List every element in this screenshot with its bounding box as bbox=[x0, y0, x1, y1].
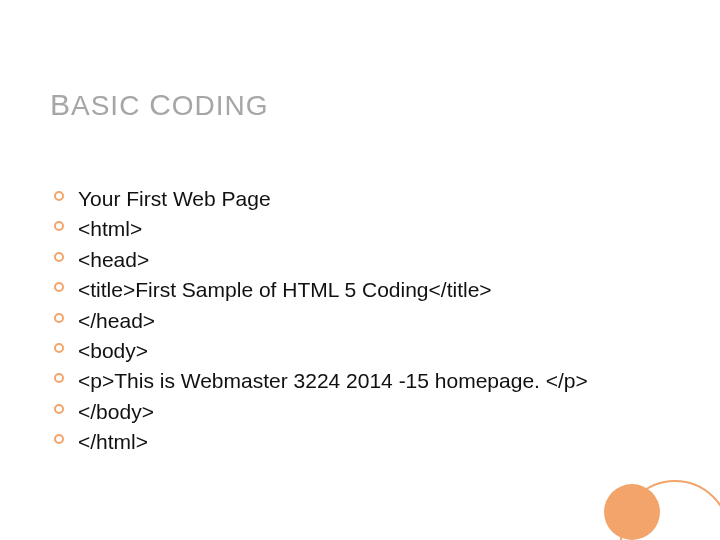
slide-title: BASIC CODING bbox=[50, 88, 670, 122]
list-item: </html> bbox=[54, 427, 670, 456]
list-item: </head> bbox=[54, 306, 670, 335]
decorative-circles bbox=[580, 450, 700, 540]
bullet-icon bbox=[54, 306, 78, 323]
list-item-text: Your First Web Page bbox=[78, 184, 670, 213]
list-item-text: <body> bbox=[78, 336, 670, 365]
list-item: <title>First Sample of HTML 5 Coding</ti… bbox=[54, 275, 670, 304]
bullet-icon bbox=[54, 366, 78, 383]
bullet-icon bbox=[54, 245, 78, 262]
bullet-icon bbox=[54, 184, 78, 201]
title-rest-1: ASIC bbox=[71, 90, 140, 121]
bullet-icon bbox=[54, 336, 78, 353]
list-item-text: </body> bbox=[78, 397, 670, 426]
title-space bbox=[140, 90, 149, 121]
list-item-text: <html> bbox=[78, 214, 670, 243]
bullet-icon bbox=[54, 397, 78, 414]
title-rest-2: ODING bbox=[172, 90, 269, 121]
slide: BASIC CODING Your First Web Page <html> … bbox=[0, 0, 720, 540]
list-item: Your First Web Page bbox=[54, 184, 670, 213]
list-item-text: </head> bbox=[78, 306, 670, 335]
title-cap-1: B bbox=[50, 88, 71, 121]
title-cap-2: C bbox=[149, 88, 172, 121]
list-item: <head> bbox=[54, 245, 670, 274]
bullet-icon bbox=[54, 427, 78, 444]
list-item: <p>This is Webmaster 3224 2014 -15 homep… bbox=[54, 366, 670, 395]
list-item-text: <p>This is Webmaster 3224 2014 -15 homep… bbox=[78, 366, 670, 395]
list-item: <html> bbox=[54, 214, 670, 243]
bullet-list: Your First Web Page <html> <head> <title… bbox=[54, 184, 670, 457]
list-item: </body> bbox=[54, 397, 670, 426]
bullet-icon bbox=[54, 275, 78, 292]
list-item-text: <head> bbox=[78, 245, 670, 274]
list-item: <body> bbox=[54, 336, 670, 365]
circle-filled-icon bbox=[604, 484, 660, 540]
bullet-icon bbox=[54, 214, 78, 231]
slide-body: Your First Web Page <html> <head> <title… bbox=[50, 184, 670, 457]
list-item-text: <title>First Sample of HTML 5 Coding</ti… bbox=[78, 275, 670, 304]
